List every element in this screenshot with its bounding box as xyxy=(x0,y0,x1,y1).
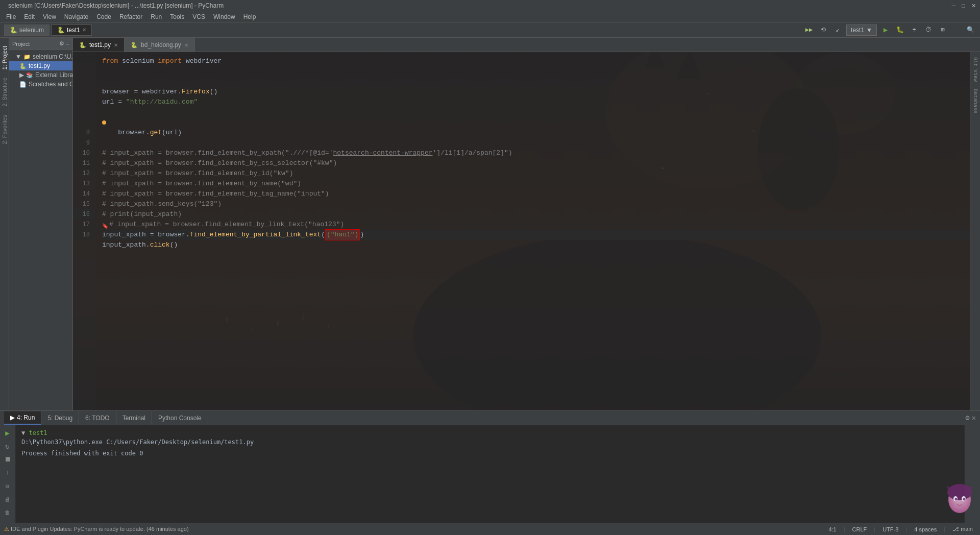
project-header: Project ⚙ − xyxy=(9,38,72,50)
tab-close-icon[interactable]: ✕ xyxy=(82,27,86,33)
toolbar-icon-1[interactable]: ▶▶ xyxy=(803,25,815,36)
tree-item-scratches[interactable]: 📄 Scratches and C... xyxy=(9,80,72,89)
left-tabs: 1: Project 2: Structure 2: Favorites xyxy=(0,38,9,410)
editor-area: 🐍 test1.py ✕ 🐍 bd_heidong.py ✕ 8 xyxy=(73,38,980,410)
code-line-blank5 xyxy=(102,138,970,148)
menu-vcs[interactable]: VCS xyxy=(188,11,209,22)
debug-tab-label: 5: Debug xyxy=(47,415,72,422)
menu-file[interactable]: File xyxy=(2,11,20,22)
code-line-5: url = "http://baidu.com" xyxy=(102,97,970,107)
menu-edit[interactable]: Edit xyxy=(20,11,39,22)
terminal-tab-label: Terminal xyxy=(122,415,145,422)
minimize-button[interactable]: ─ xyxy=(952,3,956,9)
run-rerun-icon[interactable]: ↻ xyxy=(2,441,13,452)
tree-root-label: selenium C:\U... xyxy=(33,53,72,60)
run-panel: ▶ ↻ ⏹ ↓ ⊟ 🖨 🗑 ▼ test1 D:\Python37\python… xyxy=(0,425,980,523)
indent-setting[interactable]: 4 spaces xyxy=(911,526,940,532)
debug-button[interactable]: 🐛 xyxy=(894,25,905,36)
run-filter-icon[interactable]: ⊟ xyxy=(2,480,13,492)
code-container[interactable]: 8 9 10 11 12 13 14 15 16 17 18 from sele… xyxy=(73,52,980,410)
run-output-right xyxy=(965,425,980,523)
profile-button[interactable]: ⏱ xyxy=(923,25,934,36)
close-button[interactable]: ✕ xyxy=(971,3,976,9)
todo-tab-label: 6: TODO xyxy=(85,415,110,422)
git-branch[interactable]: ⎇ main xyxy=(949,526,976,532)
tab-run-label: 4: Run xyxy=(17,414,35,421)
code-line-14: # print(input_xpath) xyxy=(102,209,970,220)
menu-tools[interactable]: Tools xyxy=(166,11,188,22)
sidebar-item-project[interactable]: 1: Project xyxy=(1,42,9,74)
line-separator[interactable]: CRLF xyxy=(849,526,870,532)
run-button[interactable]: ▶ xyxy=(880,25,891,36)
run-tab-title: ▼ test1 xyxy=(21,429,959,436)
more-button[interactable]: ⊞ xyxy=(937,25,948,36)
run-command-line: D:\Python37\python.exe C:/Users/Faker/De… xyxy=(21,439,959,446)
tab-run[interactable]: ▶ 4: Run xyxy=(4,411,41,425)
status-message: ⚠ IDE and Plugin Updates: PyCharm is rea… xyxy=(4,526,189,532)
code-content[interactable]: from selenium import webdriver browser =… xyxy=(96,52,970,410)
menu-navigate[interactable]: Navigate xyxy=(60,11,92,22)
run-output: ▼ test1 D:\Python37\python.exe C:/Users/… xyxy=(15,425,965,523)
cursor-position[interactable]: 4:1 xyxy=(825,526,839,532)
tab-todo[interactable]: 6: TODO xyxy=(79,411,116,425)
menu-window[interactable]: Window xyxy=(209,11,239,22)
menu-view[interactable]: View xyxy=(39,11,60,22)
code-line-get: browser.get(url) xyxy=(102,128,970,138)
encoding[interactable]: UTF-8 xyxy=(879,526,901,532)
run-config-label: test1 xyxy=(851,27,864,34)
run-stop-icon[interactable]: ⏹ xyxy=(2,454,13,465)
tab-terminal[interactable]: Terminal xyxy=(116,411,152,425)
restore-button[interactable]: □ xyxy=(962,3,965,9)
tab2-close-icon[interactable]: ✕ xyxy=(184,42,188,48)
toolbar-icon-3[interactable]: ↙ xyxy=(832,25,843,36)
tab-python-console[interactable]: Python Console xyxy=(152,411,208,425)
search-button[interactable]: 🔍 xyxy=(965,25,976,36)
editor-tab-bd[interactable]: 🐍 bd_heidong.py ✕ xyxy=(125,38,195,52)
code-line-18 xyxy=(102,250,970,260)
project-collapse-icon[interactable]: − xyxy=(66,41,69,47)
code-line-17: input_xpath.click() xyxy=(102,240,970,250)
title-text: selenium [C:\Users\Faker\Desktop\seleniu… xyxy=(8,2,224,9)
sidebar-item-structure[interactable]: 2: Structure xyxy=(1,74,9,111)
git-view-icon[interactable]: Git View xyxy=(971,54,979,85)
toolbar-project-tab[interactable]: 🐍 selenium xyxy=(4,25,50,36)
toolbar-project-label: selenium xyxy=(19,27,44,34)
run-scroll-icon[interactable]: ↓ xyxy=(2,467,13,478)
menu-help[interactable]: Help xyxy=(239,11,260,22)
run-delete-icon[interactable]: 🗑 xyxy=(2,507,13,518)
toolbar-icon-2[interactable]: ⟲ xyxy=(818,25,829,36)
run-play-icon[interactable]: ▶ xyxy=(2,427,13,439)
editor-tab-test1[interactable]: 🐍 test1.py ✕ xyxy=(73,38,125,52)
menu-refactor[interactable]: Refactor xyxy=(115,11,146,22)
code-line-blank4 xyxy=(102,117,970,128)
code-line-8: # input_xpath = browser.find_element_by_… xyxy=(102,148,970,158)
menu-bar: File Edit View Navigate Code Refactor Ru… xyxy=(0,11,980,22)
menu-code[interactable]: Code xyxy=(92,11,115,22)
code-line-12: # input_xpath = browser.find_element_by_… xyxy=(102,189,970,199)
line-numbers: 8 9 10 11 12 13 14 15 16 17 18 xyxy=(73,52,96,410)
bookmark-icon: 🔖 xyxy=(102,222,108,228)
database-icon[interactable]: Database xyxy=(971,86,979,116)
run-settings-icon[interactable]: ⚙ xyxy=(965,414,969,422)
coverage-button[interactable]: ☂ xyxy=(909,25,920,36)
status-bar: ⚠ IDE and Plugin Updates: PyCharm is rea… xyxy=(0,523,980,535)
main-layout: 1: Project 2: Structure 2: Favorites Pro… xyxy=(0,38,980,410)
tree-item-test1[interactable]: 🐍 test1.py xyxy=(9,61,72,70)
tab1-close-icon[interactable]: ✕ xyxy=(114,42,118,48)
tab-debug[interactable]: 5: Debug xyxy=(41,411,79,425)
toolbar-file-tab[interactable]: 🐍 test1 ✕ xyxy=(52,25,92,36)
sidebar-item-favorites[interactable]: 2: Favorites xyxy=(1,111,9,148)
tree-item-libraries[interactable]: ▶ 📚 External Libraries xyxy=(9,70,72,80)
menu-run[interactable]: Run xyxy=(146,11,166,22)
run-config-dropdown[interactable]: test1 ▼ xyxy=(846,25,877,36)
code-line-10: # input_xpath = browser.find_element_by_… xyxy=(102,168,970,179)
title-bar: selenium [C:\Users\Faker\Desktop\seleniu… xyxy=(0,0,980,11)
toolbar: 🐍 selenium 🐍 test1 ✕ ▶▶ ⟲ ↙ test1 ▼ ▶ 🐛 … xyxy=(0,22,980,38)
run-close-icon[interactable]: ✕ xyxy=(972,414,976,422)
tab-bd-label: bd_heidong.py xyxy=(141,41,181,48)
project-settings-icon[interactable]: ⚙ xyxy=(59,40,64,47)
run-print-icon[interactable]: 🖨 xyxy=(2,494,13,505)
toolbar-file-label: test1 xyxy=(67,27,80,34)
tree-item-root[interactable]: ▼ 📁 selenium C:\U... xyxy=(9,52,72,61)
bottom-tabs: ▶ 4: Run 5: Debug 6: TODO Terminal Pytho… xyxy=(0,411,980,425)
